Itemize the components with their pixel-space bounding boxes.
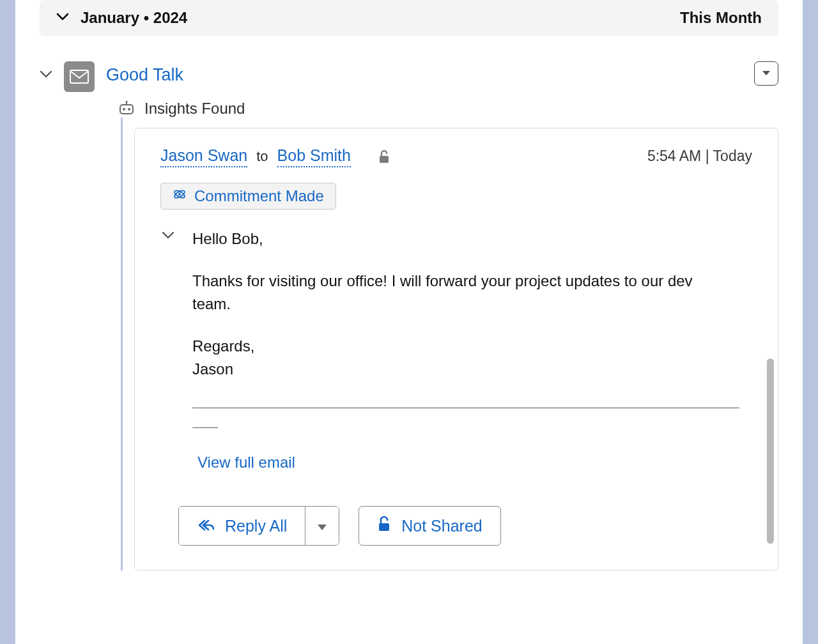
date-banner[interactable]: January • 2024 This Month	[40, 0, 778, 36]
to-label: to	[256, 148, 268, 165]
email-closing: Regards,	[192, 335, 733, 358]
view-full-email-link[interactable]: View full email	[197, 454, 295, 471]
chevron-down-icon	[56, 12, 69, 24]
mail-icon	[64, 61, 95, 92]
not-shared-label: Not Shared	[401, 517, 482, 535]
caret-down-icon	[317, 517, 327, 535]
insights-row: Insights Found	[118, 100, 778, 118]
not-shared-button[interactable]: Not Shared	[359, 506, 500, 546]
insights-label: Insights Found	[144, 100, 245, 118]
chevron-down-icon[interactable]	[162, 230, 174, 243]
svg-point-5	[126, 101, 128, 103]
divider	[192, 427, 218, 428]
conversation-title[interactable]: Good Talk	[106, 65, 743, 85]
reply-all-icon	[197, 517, 215, 535]
commitment-badge[interactable]: Commitment Made	[160, 183, 336, 210]
this-month-label: This Month	[680, 9, 762, 27]
svg-point-3	[128, 108, 130, 111]
timeline-line	[121, 118, 123, 571]
from-person-link[interactable]: Jason Swan	[160, 146, 247, 167]
lock-open-icon	[378, 149, 390, 167]
atom-icon	[173, 187, 187, 205]
conversation-menu-button[interactable]	[754, 61, 778, 86]
conversation-row: Good Talk	[40, 61, 778, 92]
divider	[192, 408, 739, 408]
reply-dropdown-button[interactable]	[305, 507, 339, 545]
commitment-badge-label: Commitment Made	[194, 187, 324, 205]
reply-all-button[interactable]: Reply All	[179, 507, 305, 545]
chevron-down-icon[interactable]	[40, 69, 52, 82]
email-signature: Jason	[192, 358, 733, 381]
email-paragraph: Thanks for visiting our office! I will f…	[192, 270, 733, 316]
scrollbar[interactable]	[767, 358, 774, 544]
svg-rect-6	[380, 156, 389, 163]
email-body: Hello Bob, Thanks for visiting our offic…	[192, 227, 752, 428]
to-person-link[interactable]: Bob Smith	[277, 146, 351, 167]
date-label: January • 2024	[81, 9, 187, 27]
robot-icon	[118, 101, 135, 116]
svg-rect-10	[379, 523, 389, 531]
reply-all-label: Reply All	[225, 517, 287, 535]
lock-open-icon	[377, 516, 391, 536]
svg-point-2	[123, 108, 125, 111]
email-card: Jason Swan to Bob Smith 5:54 AM | Today …	[134, 128, 778, 571]
email-timestamp: 5:54 AM | Today	[647, 148, 752, 165]
svg-rect-1	[120, 105, 133, 114]
email-actions: Reply All Not Shared	[178, 506, 778, 546]
svg-rect-0	[70, 70, 88, 83]
email-greeting: Hello Bob,	[192, 227, 733, 250]
reply-all-group: Reply All	[178, 506, 339, 546]
svg-point-9	[178, 193, 181, 195]
